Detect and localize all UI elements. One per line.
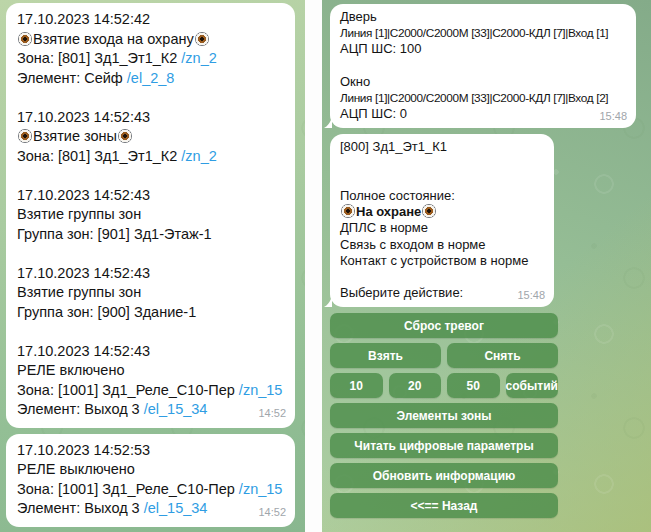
message-bubble: ДверьЛиния [1]|С2000/С2000М [33]|С2000-К… [330,4,636,128]
message-text: Элемент: Сейф [17,70,127,86]
message-line: На охране [340,204,544,220]
message-line: ДПЛС в норме [340,220,544,236]
message-line [17,244,284,264]
message-text: ДПЛС в норме [340,220,428,235]
message-line: АЦП ШС: 0 [340,106,626,122]
message-text: РЕЛЕ выключено [17,461,135,477]
message-line: Группа зон: [900] Здание-1 [17,303,284,323]
eye-icon [422,204,436,218]
message-text: Взятие группы зон [17,284,141,300]
command-link[interactable]: /zn_15 [239,481,283,497]
right-chat-panel: ДверьЛиния [1]|С2000/С2000М [33]|С2000-К… [322,0,651,532]
timestamp: 15:48 [599,108,627,124]
message-line: Зона: [1001] Зд1_Реле_С10-Пер /zn_15 [17,381,284,401]
message-text: Связь с входом в норме [340,237,486,252]
message-line: Взятие группы зон [17,205,284,225]
message-text: Линия [1]|С2000/С2000М [33]|С2000-КДЛ [7… [340,26,608,40]
message-line [340,58,626,74]
zone-elements-button[interactable]: Элементы зоны [330,403,558,428]
keyboard-row: Элементы зоны [330,403,558,428]
message-line [340,172,544,188]
eye-icon [195,32,209,46]
back-button[interactable]: <<== Назад [330,493,558,518]
message-line: Элемент: Выход 3 /el_15_34 [17,499,284,519]
message-text: РЕЛЕ включено [17,362,124,378]
message-text: Взятие группы зон [17,206,141,222]
command-link[interactable]: /el_2_8 [127,70,175,86]
message-line: Линия [1]|С2000/С2000М [33]|С2000-КДЛ [7… [340,25,626,41]
message-line: Взятие входа на охрану [17,30,284,50]
message-list: ДверьЛиния [1]|С2000/С2000М [33]|С2000-К… [322,4,651,307]
message-line: 17.10.2023 14:52:43 [17,342,284,362]
keyboard-row: Сброс тревог [330,313,558,338]
keyboard-row: ВзятьСнять [330,343,558,368]
events-50-button[interactable]: 50 [447,373,500,398]
eye-icon [18,32,32,46]
message-text: 17.10.2023 14:52:43 [17,187,150,203]
message-text: 17.10.2023 14:52:43 [17,343,150,359]
message-line: Зона: [801] Зд1_Эт1_К2 /zn_2 [17,49,284,69]
message-line: 17.10.2023 14:52:43 [17,186,284,206]
message-line [17,88,284,108]
message-bubble: 17.10.2023 14:52:42Взятие входа на охран… [6,3,295,428]
message-text: Группа зон: [900] Здание-1 [17,304,196,320]
message-text: Зона: [801] Зд1_Эт1_К2 [17,50,181,66]
message-line: Полное состояние: [340,188,544,204]
events-10-button[interactable]: 10 [330,373,383,398]
message-line: 17.10.2023 14:52:42 [17,10,284,30]
disarm-button[interactable]: Снять [447,343,558,368]
message-text: Взятие зоны [33,128,117,144]
message-line: Взятие зоны [17,127,284,147]
command-link[interactable]: /el_15_34 [144,401,208,417]
message-line: Выберите действие: [340,285,544,301]
message-text: На охране [356,204,421,219]
message-line: Линия [1]|С2000/С2000М [33]|С2000-КДЛ [7… [340,90,626,106]
timestamp: 14:52 [258,404,286,424]
reset-alarms-button[interactable]: Сброс тревог [330,313,558,338]
refresh-info-button[interactable]: Обновить информацию [330,463,558,488]
arm-button[interactable]: Взять [330,343,441,368]
message-text: Зона: [801] Зд1_Эт1_К2 [17,148,181,164]
command-link[interactable]: /zn_2 [181,148,216,164]
events-label-button[interactable]: событий [506,373,559,398]
message-line: 17.10.2023 14:52:43 [17,264,284,284]
keyboard-row: 102050событий [330,373,558,398]
keyboard-row: Обновить информацию [330,463,558,488]
message-text: Линия [1]|С2000/С2000М [33]|С2000-КДЛ [7… [340,91,608,105]
message-text: Дверь [340,9,377,24]
keyboard-row: <<== Назад [330,493,558,518]
message-line: Зона: [1001] Зд1_Реле_С10-Пер /zn_15 [17,480,284,500]
message-line [17,166,284,186]
message-text: 17.10.2023 14:52:53 [17,442,150,458]
events-20-button[interactable]: 20 [389,373,442,398]
message-bubble: [800] Зд1_Эт1_К1Полное состояние:На охра… [330,134,554,307]
reply-keyboard: Сброс тревогВзятьСнять102050событийЭлеме… [330,313,558,518]
message-text: Зона: [1001] Зд1_Реле_С10-Пер [17,382,239,398]
eye-icon [118,129,132,143]
message-text: АЦП ШС: 0 [340,106,407,121]
message-text: Элемент: Выход 3 [17,401,144,417]
message-line: Связь с входом в норме [340,237,544,253]
message-text: 17.10.2023 14:52:43 [17,109,150,125]
command-link[interactable]: /zn_15 [239,382,283,398]
message-line: [800] Зд1_Эт1_К1 [340,139,544,155]
message-list: 17.10.2023 14:52:42Взятие входа на охран… [0,3,305,527]
message-text: АЦП ШС: 100 [340,41,421,56]
message-text: [800] Зд1_Эт1_К1 [340,139,447,154]
message-line: Элемент: Сейф /el_2_8 [17,69,284,89]
message-line [340,269,544,285]
command-link[interactable]: /el_15_34 [144,500,208,516]
message-text: Взятие входа на охрану [33,31,194,47]
eye-icon [18,129,32,143]
read-digital-params-button[interactable]: Читать цифровые параметры [330,433,558,458]
message-line: Элемент: Выход 3 /el_15_34 [17,400,284,420]
keyboard-row: Читать цифровые параметры [330,433,558,458]
timestamp: 15:48 [517,287,545,303]
message-text: Группа зон: [901] Зд1-Этаж-1 [17,226,212,242]
message-line: Зона: [801] Зд1_Эт1_К2 /zn_2 [17,147,284,167]
timestamp: 14:52 [258,503,286,523]
message-text: Выберите действие: [340,285,463,300]
message-line: Окно [340,74,626,90]
command-link[interactable]: /zn_2 [181,50,216,66]
message-line: Группа зон: [901] Зд1-Этаж-1 [17,225,284,245]
